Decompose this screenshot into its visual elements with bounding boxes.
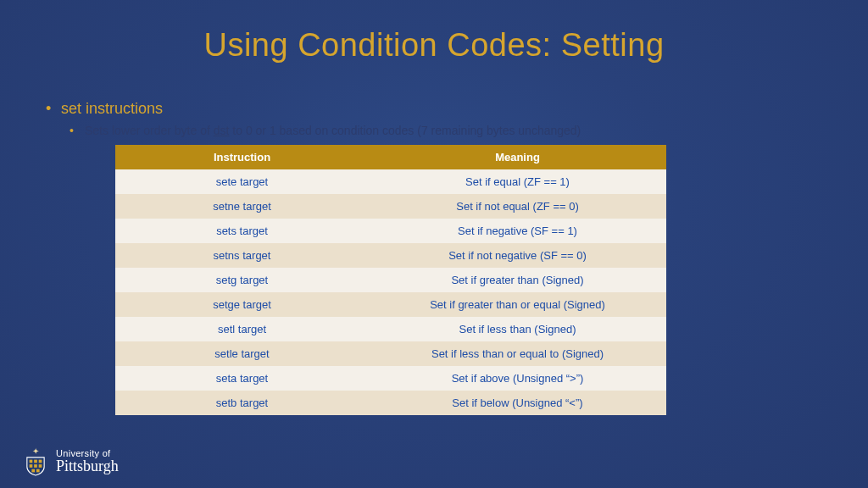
table-cell: Set if below (Unsigned “<”) — [369, 391, 666, 415]
table-header-row: Instruction Meaning — [115, 145, 666, 169]
table-cell: setge target — [115, 292, 369, 317]
footer-text: University of Pittsburgh — [56, 449, 119, 474]
svg-rect-6 — [31, 469, 35, 473]
table-cell: setg target — [115, 268, 369, 292]
footer-logo: ✦ University of Pittsburgh — [24, 447, 119, 476]
table-cell: Set if negative (SF == 1) — [369, 219, 666, 243]
table-cell: setb target — [115, 391, 369, 415]
bullet-level-1: set instructions — [46, 100, 822, 118]
table-row: sets targetSet if negative (SF == 1) — [115, 219, 666, 243]
table-cell: setns target — [115, 243, 369, 268]
table-cell: Set if above (Unsigned “>”) — [369, 366, 666, 391]
svg-rect-4 — [34, 464, 37, 468]
table-row: setb targetSet if below (Unsigned “<”) — [115, 391, 666, 415]
table-row: seta targetSet if above (Unsigned “>”) — [115, 366, 666, 391]
instruction-table-wrap: Instruction Meaning sete targetSet if eq… — [115, 145, 666, 415]
table-row: setle targetSet if less than or equal to… — [115, 341, 666, 366]
table-cell: Set if not equal (ZF == 0) — [369, 194, 666, 219]
col-header-meaning: Meaning — [369, 145, 666, 169]
table-cell: Set if not negative (SF == 0) — [369, 243, 666, 268]
svg-rect-2 — [39, 460, 42, 463]
svg-rect-1 — [34, 460, 37, 463]
table-cell: Set if less than or equal to (Signed) — [369, 341, 666, 366]
pitt-shield-icon: ✦ — [24, 447, 47, 476]
table-cell: sets target — [115, 219, 369, 243]
svg-rect-7 — [36, 469, 40, 473]
table-row: setne targetSet if not equal (ZF == 0) — [115, 194, 666, 219]
svg-rect-0 — [30, 460, 33, 463]
footer-line2: Pittsburgh — [56, 458, 119, 474]
col-header-instruction: Instruction — [115, 145, 369, 169]
bullet2-post: to 0 or 1 based on condition codes (7 re… — [229, 124, 581, 137]
table-cell: Set if equal (ZF == 1) — [369, 169, 666, 194]
table-cell: Set if less than (Signed) — [369, 317, 666, 341]
table-row: setl targetSet if less than (Signed) — [115, 317, 666, 341]
svg-rect-3 — [30, 464, 33, 468]
bullet2-pre: Sets lower order byte of — [85, 124, 214, 137]
table-row: setge targetSet if greater than or equal… — [115, 292, 666, 317]
instruction-table: Instruction Meaning sete targetSet if eq… — [115, 145, 666, 415]
table-cell: sete target — [115, 169, 369, 194]
table-cell: Set if greater than (Signed) — [369, 268, 666, 292]
table-cell: setl target — [115, 317, 369, 341]
slide-title: Using Condition Codes: Setting — [0, 0, 868, 64]
table-cell: seta target — [115, 366, 369, 391]
table-cell: Set if greater than or equal (Signed) — [369, 292, 666, 317]
table-row: setns targetSet if not negative (SF == 0… — [115, 243, 666, 268]
table-cell: setle target — [115, 341, 369, 366]
lamp-icon: ✦ — [32, 447, 39, 456]
svg-rect-5 — [39, 464, 42, 468]
content-area: set instructions Sets lower order byte o… — [46, 100, 822, 415]
bullet-level-2: Sets lower order byte of dst to 0 or 1 b… — [70, 123, 822, 138]
table-cell: setne target — [115, 194, 369, 219]
table-row: setg targetSet if greater than (Signed) — [115, 268, 666, 292]
bullet2-dst: dst — [214, 124, 230, 137]
table-row: sete targetSet if equal (ZF == 1) — [115, 169, 666, 194]
